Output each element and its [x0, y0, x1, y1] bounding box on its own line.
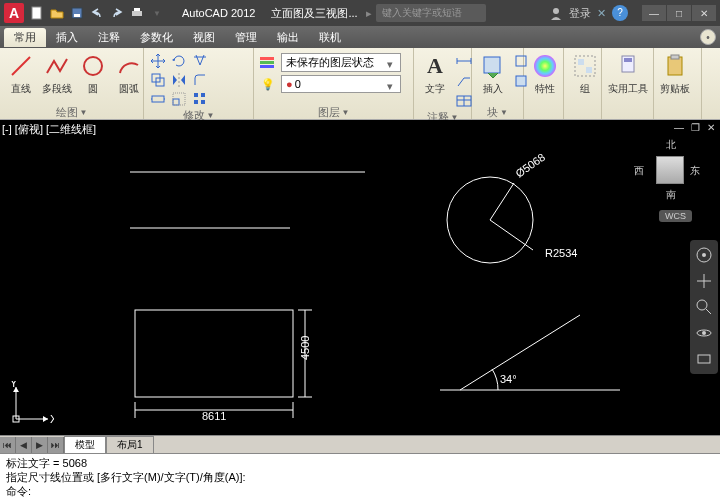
- doc-minimize-icon[interactable]: —: [672, 122, 686, 136]
- print-icon[interactable]: [128, 4, 146, 22]
- redo-icon[interactable]: [108, 4, 126, 22]
- svg-line-35: [490, 220, 533, 250]
- dropdown-icon: ▾: [387, 58, 396, 67]
- scale-icon[interactable]: [169, 90, 189, 108]
- panel-utility: 实用工具: [602, 48, 654, 119]
- compass-w[interactable]: 西: [634, 164, 644, 178]
- tab-annotate[interactable]: 注释: [88, 28, 130, 47]
- viewcube-face[interactable]: [656, 156, 684, 184]
- mirror-icon[interactable]: [169, 71, 189, 89]
- svg-rect-31: [671, 55, 679, 59]
- drawing-canvas[interactable]: [-] [俯视] [二维线框] — ❐ ✕ R2534 Ø5068 8611 4…: [0, 120, 720, 435]
- viewcube[interactable]: 北 南 西 东: [638, 138, 702, 202]
- tab-first-icon[interactable]: ⏮: [0, 437, 16, 453]
- polyline-button[interactable]: 多段线: [40, 50, 74, 97]
- group-button[interactable]: 组: [568, 50, 602, 97]
- svg-rect-57: [698, 355, 710, 363]
- wcs-badge[interactable]: WCS: [659, 210, 692, 222]
- tab-parametric[interactable]: 参数化: [130, 28, 183, 47]
- tab-insert[interactable]: 插入: [46, 28, 88, 47]
- maximize-button[interactable]: □: [667, 5, 691, 21]
- svg-rect-17: [260, 57, 274, 60]
- undo-icon[interactable]: [88, 4, 106, 22]
- compass-e[interactable]: 东: [690, 164, 700, 178]
- line-button[interactable]: 直线: [4, 50, 38, 97]
- login-link[interactable]: 登录: [569, 6, 591, 21]
- tab-prev-icon[interactable]: ◀: [16, 437, 32, 453]
- viewport-label[interactable]: [-] [俯视] [二维线框]: [2, 122, 96, 137]
- help-icon[interactable]: ?: [612, 5, 628, 21]
- compass-n[interactable]: 北: [666, 138, 676, 152]
- tab-next-icon[interactable]: ▶: [32, 437, 48, 453]
- tab-manage[interactable]: 管理: [225, 28, 267, 47]
- svg-rect-15: [194, 100, 198, 104]
- svg-line-6: [12, 57, 30, 75]
- new-icon[interactable]: [28, 4, 46, 22]
- layout1-tab[interactable]: 布局1: [106, 436, 154, 454]
- ucs-icon: X Y: [10, 381, 54, 425]
- move-icon[interactable]: [148, 52, 168, 70]
- qat-dropdown-icon[interactable]: ▼: [148, 4, 166, 22]
- tab-view[interactable]: 视图: [183, 28, 225, 47]
- close-button[interactable]: ✕: [692, 5, 716, 21]
- svg-rect-11: [173, 99, 179, 105]
- panel-properties: 特性: [524, 48, 564, 119]
- app-logo[interactable]: A: [4, 3, 24, 23]
- doc-restore-icon[interactable]: ❐: [688, 122, 702, 136]
- layer-current-combo[interactable]: ● 0▾: [281, 75, 401, 93]
- svg-rect-16: [201, 100, 205, 104]
- panel-expand-icon[interactable]: ▼: [342, 108, 350, 117]
- search-input[interactable]: 键入关键字或短语: [376, 4, 486, 22]
- svg-point-24: [534, 55, 556, 77]
- pan-icon[interactable]: [695, 272, 713, 290]
- tab-home[interactable]: 常用: [4, 28, 46, 47]
- rotate-icon[interactable]: [169, 52, 189, 70]
- save-icon[interactable]: [68, 4, 86, 22]
- svg-rect-4: [134, 8, 140, 11]
- array-icon[interactable]: [190, 90, 210, 108]
- panel-expand-icon[interactable]: ▼: [500, 108, 508, 117]
- stretch-icon[interactable]: [148, 90, 168, 108]
- utility-button[interactable]: 实用工具: [606, 50, 650, 97]
- layer-state-combo[interactable]: 未保存的图层状态▾: [281, 53, 401, 72]
- panel-modify: 修改 ▼: [144, 48, 254, 119]
- trim-icon[interactable]: [190, 52, 210, 70]
- zoom-extents-icon[interactable]: [695, 298, 713, 316]
- ribbon-help-icon[interactable]: •: [700, 29, 716, 45]
- arc-button[interactable]: 圆弧: [112, 50, 146, 97]
- open-icon[interactable]: [48, 4, 66, 22]
- tab-output[interactable]: 输出: [267, 28, 309, 47]
- circle-button[interactable]: 圆: [76, 50, 110, 97]
- layer-properties-icon[interactable]: [258, 53, 278, 71]
- layer-off-icon[interactable]: 💡: [258, 75, 278, 93]
- text-button[interactable]: A文字: [418, 50, 452, 97]
- panel-annotate: A文字 注释 ▼: [414, 48, 472, 119]
- tab-online[interactable]: 联机: [309, 28, 351, 47]
- leader-icon[interactable]: [454, 72, 474, 90]
- command-line[interactable]: 标注文字 = 5068 指定尺寸线位置或 [多行文字(M)/文字(T)/角度(A…: [0, 453, 720, 500]
- table-icon[interactable]: [454, 92, 474, 110]
- panel-expand-icon[interactable]: ▼: [80, 108, 88, 117]
- model-tab[interactable]: 模型: [64, 436, 106, 454]
- panel-expand-icon[interactable]: ▼: [207, 111, 215, 120]
- tab-last-icon[interactable]: ⏭: [48, 437, 64, 453]
- modify-tools: [148, 50, 210, 108]
- svg-line-54: [706, 309, 711, 314]
- command-prompt: 命令:: [6, 484, 714, 498]
- compass-s[interactable]: 南: [666, 188, 676, 202]
- orbit-icon[interactable]: [695, 324, 713, 342]
- fillet-icon[interactable]: [190, 71, 210, 89]
- showmotion-icon[interactable]: [695, 350, 713, 368]
- svg-line-36: [490, 183, 514, 220]
- dimension-icon[interactable]: [454, 52, 474, 70]
- properties-button[interactable]: 特性: [528, 50, 562, 97]
- panel-layer: 未保存的图层状态▾ 💡 ● 0▾ 图层 ▼: [254, 48, 414, 119]
- exchange-icon[interactable]: ✕: [597, 7, 606, 20]
- copy-icon[interactable]: [148, 71, 168, 89]
- insert-block-button[interactable]: 插入: [476, 50, 510, 97]
- steering-wheel-icon[interactable]: [695, 246, 713, 264]
- minimize-button[interactable]: —: [642, 5, 666, 21]
- clipboard-button[interactable]: 剪贴板: [658, 50, 692, 97]
- doc-close-icon[interactable]: ✕: [704, 122, 718, 136]
- svg-rect-3: [132, 11, 142, 16]
